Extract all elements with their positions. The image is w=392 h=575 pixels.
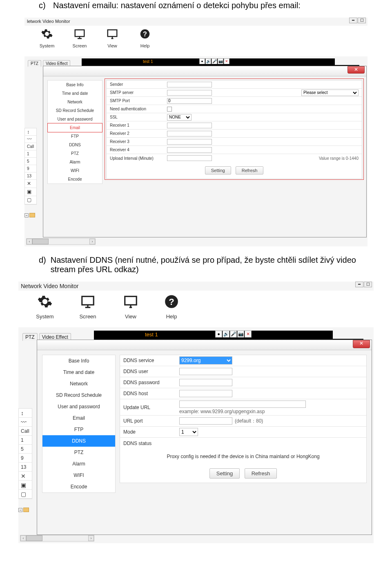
camera-icon[interactable]: 📷 <box>237 331 244 338</box>
mic-icon[interactable]: 🎤 <box>230 331 237 338</box>
toolbar-screen[interactable]: Screen <box>65 28 94 48</box>
toolbar-view-b[interactable]: View <box>116 294 145 320</box>
sidebar-item-network[interactable]: Network <box>48 98 102 106</box>
window-maximize-icon[interactable]: ☐ <box>358 18 366 23</box>
input-recv1[interactable] <box>167 123 212 128</box>
toolbar-system-b[interactable]: System <box>31 294 59 320</box>
input-recv3[interactable] <box>167 139 212 145</box>
sidebar-email-b[interactable]: Email <box>42 412 115 424</box>
toolbar-screen-b[interactable]: Screen <box>74 294 102 320</box>
sidebar-item-time[interactable]: Time and date <box>48 89 102 98</box>
audio-icon[interactable]: 🔊 <box>205 58 211 64</box>
button-row-b: Setting Refresh <box>120 464 366 483</box>
tree-collapse-icon[interactable]: − <box>24 213 29 217</box>
sidebar-item-encode[interactable]: Encode <box>48 175 102 183</box>
rec-icon[interactable]: ● <box>199 58 205 64</box>
sidebar-item-baseinfo[interactable]: Base Info <box>48 81 102 89</box>
input-ddns-user[interactable] <box>179 368 232 375</box>
dialog-close-button-b[interactable]: ✕ <box>353 340 370 348</box>
checkbox-need-auth[interactable] <box>167 107 172 112</box>
tv-icon[interactable]: ▢ <box>25 196 36 204</box>
scroll-left-arrow[interactable]: ‹ <box>27 239 32 244</box>
input-ddns-host[interactable] <box>179 390 232 397</box>
preset-9[interactable]: 9 <box>25 165 36 172</box>
toolbar-label-screen: Screen <box>73 43 87 48</box>
input-update-url[interactable] <box>179 400 306 408</box>
select-ssl[interactable]: NONE <box>167 114 192 121</box>
rec-icon[interactable]: ● <box>215 331 222 338</box>
scroll-thumb[interactable] <box>32 239 49 244</box>
toolbar-system[interactable]: System <box>33 28 61 48</box>
input-ddns-password[interactable] <box>179 379 232 386</box>
sidebar-wifi-b[interactable]: WIFI <box>42 470 115 481</box>
window-maximize-icon[interactable]: ☐ <box>364 282 372 287</box>
camera-icon[interactable]: 📷 <box>218 58 223 64</box>
setting-button[interactable]: Setting <box>205 166 231 175</box>
sidebar-userpass-b[interactable]: User and password <box>42 401 115 412</box>
preset-1[interactable]: 1 <box>25 150 36 158</box>
toolbar-view[interactable]: View <box>98 28 127 48</box>
sidebar-item-ddns[interactable]: DDNS <box>48 141 102 149</box>
close-camera-icon[interactable]: ✕ <box>224 58 229 64</box>
windows-icon-b[interactable]: ▣ <box>19 481 32 490</box>
tab-ptz-b[interactable]: PTZ <box>22 333 38 341</box>
preset-13[interactable]: 13 <box>25 172 36 180</box>
windows-icon[interactable]: ▣ <box>25 188 36 196</box>
scroll-right-arrow[interactable]: › <box>89 239 95 244</box>
dialog-close-button[interactable]: ✕ <box>347 66 365 74</box>
input-smtp[interactable] <box>167 90 212 96</box>
refresh-button-b[interactable]: Refresh <box>245 468 277 479</box>
sidebar-item-ptz[interactable]: PTZ <box>48 149 102 158</box>
window-minimize-icon[interactable]: ━ <box>355 282 363 287</box>
tv-icon-b[interactable]: ▢ <box>19 490 32 499</box>
preset-1-b[interactable]: 1 <box>19 436 32 445</box>
sidebar-alarm-b[interactable]: Alarm <box>42 458 115 470</box>
input-sender[interactable] <box>167 82 212 87</box>
input-recv2[interactable] <box>167 131 212 136</box>
sidebar-time-b[interactable]: Time and date <box>42 367 115 378</box>
sidebar-ddns-b[interactable]: DDNS <box>42 435 115 447</box>
audio-icon[interactable]: 🔊 <box>223 331 229 338</box>
sidebar-encode-b[interactable]: Encode <box>42 481 115 492</box>
sidebar-item-userpass[interactable]: User and password <box>48 115 102 123</box>
preset-9-b[interactable]: 9 <box>19 454 32 463</box>
input-recv4[interactable] <box>167 147 212 153</box>
horizontal-scrollbar[interactable]: ‹ › <box>26 238 96 245</box>
close-camera-icon[interactable]: ✕ <box>245 331 252 338</box>
horizontal-scrollbar-b[interactable]: ‹ › <box>20 535 94 541</box>
settings-dialog: ✕ Base Info Time and date Network SD Rec… <box>43 66 367 237</box>
mic-icon[interactable]: 🎤 <box>212 58 217 64</box>
preset-5[interactable]: 5 <box>25 158 36 165</box>
tools-icon[interactable]: ✕ <box>25 180 36 188</box>
input-url-port[interactable] <box>179 417 232 425</box>
tab-ptz[interactable]: PTZ <box>28 60 41 67</box>
toolbar-help-b[interactable]: ? Help <box>157 294 186 320</box>
sidebar-baseinfo-b[interactable]: Base Info <box>42 355 115 367</box>
preset-5-b[interactable]: 5 <box>19 445 32 454</box>
refresh-button[interactable]: Refresh <box>236 166 264 175</box>
input-smtp-port[interactable] <box>167 98 212 104</box>
sidebar-ftp-b[interactable]: FTP <box>42 424 115 435</box>
select-ddns-service[interactable]: 9299.org <box>179 356 232 365</box>
toolbar-help[interactable]: ? Help <box>131 28 159 48</box>
window-minimize-icon[interactable]: ━ <box>349 18 357 23</box>
tree-collapse-icon-b[interactable]: − <box>18 508 22 512</box>
sidebar-ptz-b[interactable]: PTZ <box>42 447 115 458</box>
sidebar-item-ftp[interactable]: FTP <box>48 132 102 141</box>
sidebar-item-alarm[interactable]: Alarm <box>48 158 102 166</box>
tools-icon-b[interactable]: ✕ <box>19 472 32 481</box>
scroll-right-arrow-b[interactable]: › <box>88 535 94 541</box>
sidebar-network-b[interactable]: Network <box>42 378 115 389</box>
select-smtp-preset[interactable]: Please select <box>301 89 359 96</box>
sidebar-sdrecord-b[interactable]: SD Record Schedule <box>42 389 115 401</box>
select-mode[interactable]: 1 <box>179 428 198 436</box>
input-upload[interactable] <box>167 155 212 161</box>
sidebar-item-wifi[interactable]: WIFI <box>48 166 102 175</box>
setting-button-b[interactable]: Setting <box>209 468 240 479</box>
sidebar-item-email[interactable]: Email <box>48 123 102 132</box>
preset-13-b[interactable]: 13 <box>19 463 32 472</box>
scroll-thumb-b[interactable] <box>26 535 42 541</box>
lbl-smtp: SMTP server <box>107 90 167 95</box>
scroll-left-arrow-b[interactable]: ‹ <box>20 535 26 541</box>
sidebar-item-sdrecord[interactable]: SD Record Schedule <box>48 106 102 115</box>
